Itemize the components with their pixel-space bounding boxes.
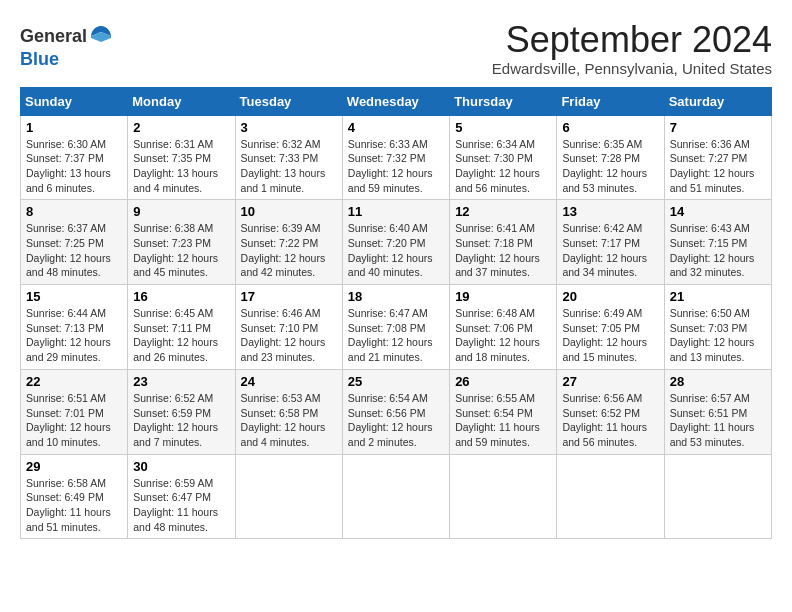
col-header-friday: Friday [557,87,664,115]
month-title: September 2024 [492,20,772,60]
calendar-cell: 20Sunrise: 6:49 AM Sunset: 7:05 PM Dayli… [557,285,664,370]
title-block: September 2024 Edwardsville, Pennsylvani… [492,20,772,77]
calendar-week-row: 15Sunrise: 6:44 AM Sunset: 7:13 PM Dayli… [21,285,772,370]
day-number: 4 [348,120,444,135]
calendar-cell: 1Sunrise: 6:30 AM Sunset: 7:37 PM Daylig… [21,115,128,200]
calendar-cell: 17Sunrise: 6:46 AM Sunset: 7:10 PM Dayli… [235,285,342,370]
location-text: Edwardsville, Pennsylvania, United State… [492,60,772,77]
calendar-cell: 26Sunrise: 6:55 AM Sunset: 6:54 PM Dayli… [450,369,557,454]
calendar-cell: 19Sunrise: 6:48 AM Sunset: 7:06 PM Dayli… [450,285,557,370]
day-number: 26 [455,374,551,389]
day-info: Sunrise: 6:56 AM Sunset: 6:52 PM Dayligh… [562,391,658,450]
col-header-tuesday: Tuesday [235,87,342,115]
calendar-cell: 9Sunrise: 6:38 AM Sunset: 7:23 PM Daylig… [128,200,235,285]
calendar-cell: 8Sunrise: 6:37 AM Sunset: 7:25 PM Daylig… [21,200,128,285]
day-info: Sunrise: 6:41 AM Sunset: 7:18 PM Dayligh… [455,221,551,280]
day-number: 13 [562,204,658,219]
day-info: Sunrise: 6:52 AM Sunset: 6:59 PM Dayligh… [133,391,229,450]
calendar-cell: 4Sunrise: 6:33 AM Sunset: 7:32 PM Daylig… [342,115,449,200]
calendar-cell: 16Sunrise: 6:45 AM Sunset: 7:11 PM Dayli… [128,285,235,370]
day-info: Sunrise: 6:45 AM Sunset: 7:11 PM Dayligh… [133,306,229,365]
day-number: 7 [670,120,766,135]
day-number: 14 [670,204,766,219]
calendar-cell: 18Sunrise: 6:47 AM Sunset: 7:08 PM Dayli… [342,285,449,370]
day-number: 8 [26,204,122,219]
day-info: Sunrise: 6:59 AM Sunset: 6:47 PM Dayligh… [133,476,229,535]
day-info: Sunrise: 6:44 AM Sunset: 7:13 PM Dayligh… [26,306,122,365]
day-info: Sunrise: 6:34 AM Sunset: 7:30 PM Dayligh… [455,137,551,196]
day-info: Sunrise: 6:55 AM Sunset: 6:54 PM Dayligh… [455,391,551,450]
calendar-cell: 29Sunrise: 6:58 AM Sunset: 6:49 PM Dayli… [21,454,128,539]
day-number: 18 [348,289,444,304]
calendar-week-row: 22Sunrise: 6:51 AM Sunset: 7:01 PM Dayli… [21,369,772,454]
logo-blue: Blue [20,49,59,69]
calendar-cell: 5Sunrise: 6:34 AM Sunset: 7:30 PM Daylig… [450,115,557,200]
day-number: 3 [241,120,337,135]
calendar-cell: 30Sunrise: 6:59 AM Sunset: 6:47 PM Dayli… [128,454,235,539]
day-number: 27 [562,374,658,389]
day-info: Sunrise: 6:33 AM Sunset: 7:32 PM Dayligh… [348,137,444,196]
day-number: 28 [670,374,766,389]
calendar-cell: 11Sunrise: 6:40 AM Sunset: 7:20 PM Dayli… [342,200,449,285]
col-header-wednesday: Wednesday [342,87,449,115]
calendar-cell: 25Sunrise: 6:54 AM Sunset: 6:56 PM Dayli… [342,369,449,454]
day-info: Sunrise: 6:50 AM Sunset: 7:03 PM Dayligh… [670,306,766,365]
day-info: Sunrise: 6:54 AM Sunset: 6:56 PM Dayligh… [348,391,444,450]
calendar-cell [557,454,664,539]
calendar-cell: 23Sunrise: 6:52 AM Sunset: 6:59 PM Dayli… [128,369,235,454]
day-info: Sunrise: 6:57 AM Sunset: 6:51 PM Dayligh… [670,391,766,450]
calendar-cell: 15Sunrise: 6:44 AM Sunset: 7:13 PM Dayli… [21,285,128,370]
calendar-cell: 13Sunrise: 6:42 AM Sunset: 7:17 PM Dayli… [557,200,664,285]
day-number: 1 [26,120,122,135]
day-number: 29 [26,459,122,474]
calendar-cell: 22Sunrise: 6:51 AM Sunset: 7:01 PM Dayli… [21,369,128,454]
col-header-sunday: Sunday [21,87,128,115]
calendar-cell: 6Sunrise: 6:35 AM Sunset: 7:28 PM Daylig… [557,115,664,200]
calendar-week-row: 29Sunrise: 6:58 AM Sunset: 6:49 PM Dayli… [21,454,772,539]
calendar-cell: 21Sunrise: 6:50 AM Sunset: 7:03 PM Dayli… [664,285,771,370]
day-info: Sunrise: 6:31 AM Sunset: 7:35 PM Dayligh… [133,137,229,196]
day-info: Sunrise: 6:37 AM Sunset: 7:25 PM Dayligh… [26,221,122,280]
calendar-cell [664,454,771,539]
day-number: 24 [241,374,337,389]
day-info: Sunrise: 6:40 AM Sunset: 7:20 PM Dayligh… [348,221,444,280]
calendar-cell: 12Sunrise: 6:41 AM Sunset: 7:18 PM Dayli… [450,200,557,285]
day-info: Sunrise: 6:53 AM Sunset: 6:58 PM Dayligh… [241,391,337,450]
day-number: 23 [133,374,229,389]
logo-general: General [20,26,87,46]
day-number: 16 [133,289,229,304]
calendar-cell: 7Sunrise: 6:36 AM Sunset: 7:27 PM Daylig… [664,115,771,200]
day-number: 19 [455,289,551,304]
day-info: Sunrise: 6:46 AM Sunset: 7:10 PM Dayligh… [241,306,337,365]
day-info: Sunrise: 6:42 AM Sunset: 7:17 PM Dayligh… [562,221,658,280]
calendar-cell: 3Sunrise: 6:32 AM Sunset: 7:33 PM Daylig… [235,115,342,200]
calendar-cell: 28Sunrise: 6:57 AM Sunset: 6:51 PM Dayli… [664,369,771,454]
calendar-cell [235,454,342,539]
day-info: Sunrise: 6:39 AM Sunset: 7:22 PM Dayligh… [241,221,337,280]
calendar-week-row: 1Sunrise: 6:30 AM Sunset: 7:37 PM Daylig… [21,115,772,200]
day-info: Sunrise: 6:38 AM Sunset: 7:23 PM Dayligh… [133,221,229,280]
day-number: 21 [670,289,766,304]
day-info: Sunrise: 6:35 AM Sunset: 7:28 PM Dayligh… [562,137,658,196]
calendar-cell: 27Sunrise: 6:56 AM Sunset: 6:52 PM Dayli… [557,369,664,454]
logo-icon [89,24,113,48]
day-info: Sunrise: 6:30 AM Sunset: 7:37 PM Dayligh… [26,137,122,196]
day-info: Sunrise: 6:47 AM Sunset: 7:08 PM Dayligh… [348,306,444,365]
day-number: 6 [562,120,658,135]
calendar-cell [450,454,557,539]
day-info: Sunrise: 6:58 AM Sunset: 6:49 PM Dayligh… [26,476,122,535]
day-number: 25 [348,374,444,389]
page-header: General Blue September 2024 Edwardsville… [20,20,772,77]
day-info: Sunrise: 6:51 AM Sunset: 7:01 PM Dayligh… [26,391,122,450]
day-number: 11 [348,204,444,219]
day-number: 9 [133,204,229,219]
day-number: 15 [26,289,122,304]
calendar-cell: 24Sunrise: 6:53 AM Sunset: 6:58 PM Dayli… [235,369,342,454]
day-number: 20 [562,289,658,304]
day-number: 5 [455,120,551,135]
calendar-cell: 14Sunrise: 6:43 AM Sunset: 7:15 PM Dayli… [664,200,771,285]
calendar-cell: 10Sunrise: 6:39 AM Sunset: 7:22 PM Dayli… [235,200,342,285]
day-number: 22 [26,374,122,389]
day-info: Sunrise: 6:49 AM Sunset: 7:05 PM Dayligh… [562,306,658,365]
day-info: Sunrise: 6:36 AM Sunset: 7:27 PM Dayligh… [670,137,766,196]
